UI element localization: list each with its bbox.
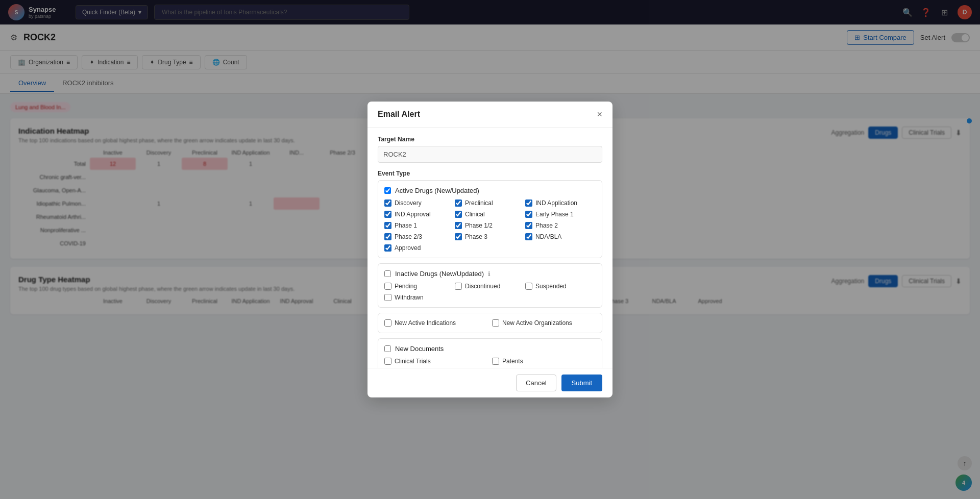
phase-2-3-checkbox[interactable]	[384, 233, 391, 240]
phase-3-checkbox[interactable]	[455, 233, 462, 240]
checkbox-patents: Patents	[492, 358, 596, 365]
active-drugs-section: Active Drugs (New/Updated) Discovery Pre…	[378, 180, 602, 258]
suspended-checkbox[interactable]	[525, 283, 532, 290]
phase-1-checkbox[interactable]	[384, 222, 391, 229]
checkbox-ind-approval: IND Approval	[384, 211, 455, 218]
modal-header: Email Alert ×	[368, 102, 612, 128]
new-documents-grid: Clinical Trials Patents	[384, 358, 596, 365]
inactive-drugs-section: Inactive Drugs (New/Updated) ℹ Pending D…	[378, 263, 602, 308]
checkbox-preclinical: Preclinical	[455, 199, 525, 207]
inactive-drugs-checkbox[interactable]	[384, 270, 391, 277]
new-active-indications-checkbox[interactable]	[384, 319, 391, 327]
modal-title: Email Alert	[378, 110, 420, 119]
checkbox-phase-2-3: Phase 2/3	[384, 233, 455, 240]
discontinued-checkbox[interactable]	[455, 283, 462, 290]
patents-checkbox[interactable]	[492, 358, 499, 365]
new-documents-section: New Documents Clinical Trials Patents	[378, 338, 602, 368]
inactive-drugs-info-icon[interactable]: ℹ	[488, 270, 491, 278]
active-drugs-checkbox[interactable]	[384, 187, 391, 194]
new-documents-header: New Documents	[384, 345, 596, 353]
checkbox-phase-1: Phase 1	[384, 222, 455, 229]
modal-close-button[interactable]: ×	[597, 110, 602, 119]
ind-approval-checkbox[interactable]	[384, 211, 391, 218]
early-phase-1-checkbox[interactable]	[525, 211, 532, 218]
active-drugs-label: Active Drugs (New/Updated)	[395, 187, 479, 194]
checkbox-ind-application: IND Application	[525, 199, 596, 207]
approved-checkbox[interactable]	[384, 244, 391, 252]
checkbox-clinical-trials: Clinical Trials	[384, 358, 488, 365]
target-name-input[interactable]	[378, 146, 602, 163]
inactive-drugs-grid: Pending Discontinued Suspended Withdrawn	[384, 283, 596, 301]
checkbox-suspended: Suspended	[525, 283, 596, 290]
checkbox-early-phase-1: Early Phase 1	[525, 211, 596, 218]
ind-application-checkbox[interactable]	[525, 199, 532, 207]
new-active-indications-item: New Active Indications	[384, 319, 488, 327]
checkbox-discontinued: Discontinued	[455, 283, 525, 290]
new-active-section: New Active Indications New Active Organi…	[378, 313, 602, 333]
checkbox-nda-bla: NDA/BLA	[525, 233, 596, 240]
checkbox-phase-2: Phase 2	[525, 222, 596, 229]
checkbox-phase-3: Phase 3	[455, 233, 525, 240]
clinical-trials-checkbox[interactable]	[384, 358, 391, 365]
pending-checkbox[interactable]	[384, 283, 391, 290]
checkbox-approved: Approved	[384, 244, 455, 252]
nda-bla-checkbox[interactable]	[525, 233, 532, 240]
modal-body: Target Name Event Type Active Drugs (New…	[368, 128, 612, 368]
active-drugs-header: Active Drugs (New/Updated)	[384, 187, 596, 194]
clinical-checkbox[interactable]	[455, 211, 462, 218]
checkbox-discovery: Discovery	[384, 199, 455, 207]
inactive-drugs-header: Inactive Drugs (New/Updated) ℹ	[384, 270, 596, 278]
new-active-grid: New Active Indications New Active Organi…	[384, 319, 596, 327]
checkbox-pending: Pending	[384, 283, 455, 290]
modal-overlay[interactable]: Email Alert × Target Name Event Type Act…	[0, 0, 980, 499]
new-active-organizations-checkbox[interactable]	[492, 319, 499, 327]
checkbox-clinical: Clinical	[455, 211, 525, 218]
new-documents-label: New Documents	[395, 345, 444, 353]
target-name-label: Target Name	[378, 136, 602, 143]
new-documents-checkbox[interactable]	[384, 345, 391, 352]
phase-2-checkbox[interactable]	[525, 222, 532, 229]
inactive-drugs-label: Inactive Drugs (New/Updated)	[395, 270, 484, 278]
preclinical-checkbox[interactable]	[455, 199, 462, 207]
cancel-button[interactable]: Cancel	[516, 375, 556, 391]
phase-1-2-checkbox[interactable]	[455, 222, 462, 229]
modal-footer: Cancel Submit	[368, 368, 612, 397]
active-drugs-grid: Discovery Preclinical IND Application IN…	[384, 199, 596, 252]
email-alert-modal: Email Alert × Target Name Event Type Act…	[368, 102, 612, 397]
checkbox-withdrawn: Withdrawn	[384, 294, 455, 301]
submit-button[interactable]: Submit	[561, 375, 602, 391]
withdrawn-checkbox[interactable]	[384, 294, 391, 301]
checkbox-phase-1-2: Phase 1/2	[455, 222, 525, 229]
discovery-checkbox[interactable]	[384, 199, 391, 207]
target-name-group: Target Name	[378, 136, 602, 163]
event-type-label: Event Type	[378, 170, 602, 177]
new-active-organizations-item: New Active Organizations	[492, 319, 596, 327]
